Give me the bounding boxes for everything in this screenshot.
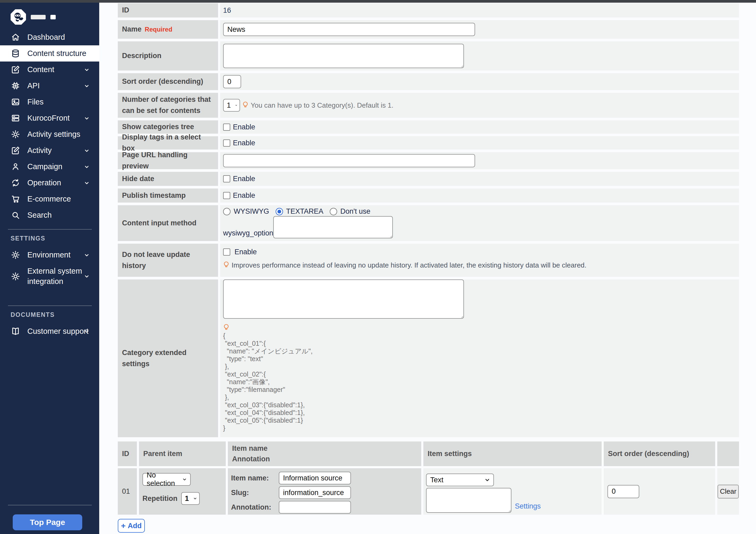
show-categories-tree-checkbox[interactable] [223, 124, 230, 131]
sidebar-item-external-system-integration[interactable]: External system integration [0, 263, 99, 290]
selected-value: 1 [227, 101, 231, 110]
sidebar-item-ecommerce[interactable]: E-commerce [0, 191, 99, 207]
textarea-radio[interactable] [276, 208, 283, 215]
sidebar-item-customer-support[interactable]: Customer support [0, 323, 99, 339]
selected-value: No selection [147, 471, 178, 488]
settings-link[interactable]: Settings [515, 502, 541, 510]
selected-value: Text [430, 476, 444, 484]
sidebar-item-search[interactable]: Search [0, 207, 99, 223]
radio-label: TEXTAREA [286, 207, 324, 216]
form-row-page-url: Page URL handling preview [118, 152, 739, 169]
lightbulb-icon [242, 101, 249, 110]
item-settings-type-select[interactable]: Text [426, 473, 494, 486]
enable-label: Enable [233, 175, 255, 183]
radio-option-wysiwyg[interactable]: WYSIWYG [223, 207, 269, 216]
repetition-label: Repetition [143, 495, 177, 503]
sidebar-item-label: Operation [27, 178, 61, 187]
description-textarea[interactable] [223, 44, 464, 68]
sidebar-item-dashboard[interactable]: Dashboard [0, 29, 99, 45]
display-tags-checkbox[interactable] [223, 140, 230, 147]
sidebar-item-campaign[interactable]: Campaign [0, 159, 99, 175]
item-name-input[interactable] [279, 472, 351, 484]
sort-order-input[interactable] [223, 75, 241, 88]
logo-row[interactable] [11, 9, 99, 25]
sidebar-item-kurocofront[interactable]: KurocoFront [0, 110, 99, 126]
add-item-button[interactable]: + Add [118, 519, 145, 533]
name-input[interactable] [223, 23, 475, 36]
cart-icon [11, 194, 20, 204]
clear-button[interactable]: Clear [717, 485, 739, 498]
category-extended-json-hint: { "ext_col_01":{ "name": "メインビジュアル", "ty… [223, 332, 312, 432]
form-row-hide-date: Hide date Enable [118, 172, 739, 186]
server-icon [11, 113, 20, 123]
sidebar-item-api[interactable]: API [0, 78, 99, 94]
category-extended-textarea[interactable] [223, 279, 464, 319]
lightbulb-icon [223, 323, 230, 332]
field-label: Display tags in a select box [118, 136, 218, 150]
gear-icon [11, 129, 20, 139]
row-sort-order-input[interactable] [608, 485, 639, 498]
dont-use-radio[interactable] [330, 208, 337, 215]
required-badge: Required [145, 24, 173, 34]
field-label: Name Required [118, 20, 218, 39]
chevron-down-icon [83, 273, 90, 280]
annotation-label: Annotation: [231, 503, 279, 512]
search-icon [11, 210, 20, 220]
header-id: ID [118, 442, 137, 466]
sidebar-item-activity[interactable]: Activity [0, 142, 99, 159]
radio-option-dont-use[interactable]: Don't use [330, 207, 370, 216]
form-row-categories: Number of categories that can be set for… [118, 93, 739, 118]
wysiwyg-options-label: wysiwyg_options: [223, 229, 273, 238]
wysiwyg-options-textarea[interactable] [273, 216, 393, 238]
header-item-name: Item name [232, 443, 421, 454]
sidebar-item-label: E-commerce [27, 195, 71, 203]
repetition-select[interactable]: 1 [181, 492, 200, 505]
sidebar-item-operation[interactable]: Operation [0, 175, 99, 191]
update-history-hint-text: Improves performance instead of leaving … [231, 261, 586, 269]
row-clear-cell: Clear [717, 468, 739, 515]
slug-label: Slug: [231, 489, 279, 497]
edit-icon [11, 65, 20, 74]
form-row-content-input-method: Content input method WYSIWYG TEXTAREA Do… [118, 205, 739, 241]
publish-timestamp-checkbox[interactable] [223, 192, 230, 199]
top-page-button[interactable]: Top Page [13, 514, 82, 530]
sidebar-item-environment[interactable]: Environment [0, 247, 99, 263]
update-history-checkbox[interactable] [223, 248, 230, 256]
sidebar-nav: Dashboard Content structure Content API … [0, 29, 99, 223]
sidebar-item-content[interactable]: Content [0, 62, 99, 78]
wysiwyg-radio[interactable] [223, 208, 230, 215]
kuroco-ninja-logo [11, 9, 26, 25]
header-actions [717, 442, 739, 466]
header-item-settings: Item settings [423, 442, 602, 466]
page-url-input[interactable] [223, 154, 475, 167]
row-item-settings-cell: Text Settings [423, 468, 602, 515]
form-row-category-extended: Category extended settings { "ext_col_01… [118, 279, 739, 437]
sidebar-section-documents: DOCUMENTS [0, 311, 99, 318]
slug-input[interactable] [279, 486, 351, 499]
sidebar-section-settings: SETTINGS [0, 235, 99, 242]
sidebar-item-content-structure[interactable]: Content structure [0, 45, 99, 62]
item-settings-textarea[interactable] [426, 488, 511, 513]
annotation-input[interactable] [279, 501, 351, 514]
sidebar-item-label: External system integration [27, 266, 83, 287]
chevron-down-icon [83, 83, 90, 89]
enable-label: Enable [233, 139, 255, 147]
image-icon [11, 97, 20, 107]
header-parent-item: Parent item [139, 442, 226, 466]
radio-option-textarea[interactable]: TEXTAREA [276, 207, 324, 216]
sidebar-item-label: Environment [27, 251, 70, 259]
parent-item-select[interactable]: No selection [143, 473, 191, 486]
content-input-method-radios: WYSIWYG TEXTAREA Don't use [223, 207, 370, 216]
hide-date-checkbox[interactable] [223, 175, 230, 182]
sidebar: Dashboard Content structure Content API … [0, 3, 99, 534]
sidebar-item-activity-settings[interactable]: Activity settings [0, 126, 99, 142]
sidebar-item-label: KurocoFront [27, 114, 70, 122]
chevron-down-icon [83, 180, 90, 187]
categories-count-select[interactable]: 1 [223, 99, 240, 112]
chevron-down-icon [193, 496, 197, 501]
chevron-down-icon [83, 163, 90, 170]
form-row-id: ID 16 [118, 3, 739, 17]
sidebar-divider [8, 305, 92, 306]
sidebar-item-files[interactable]: Files [0, 94, 99, 110]
chevron-down-icon [182, 476, 187, 482]
